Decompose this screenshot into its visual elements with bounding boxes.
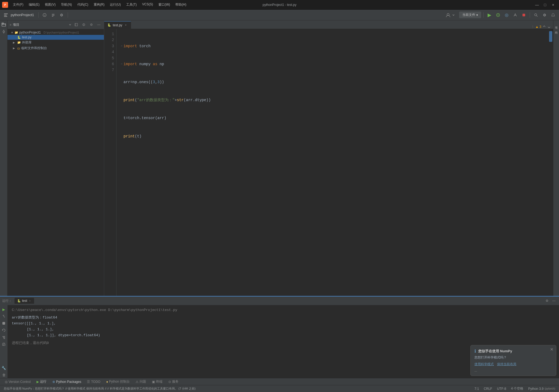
status-indent-text: 4 个空格 bbox=[511, 386, 523, 391]
run-minimize-btn[interactable]: — bbox=[551, 298, 557, 304]
status-interpreter-detail: (pytorch) bbox=[545, 387, 555, 390]
status-interpreter[interactable]: Python 3.9 (pytorch) bbox=[527, 386, 556, 391]
menu-navigate[interactable]: 导航(N) bbox=[59, 2, 74, 8]
svg-point-15 bbox=[535, 14, 537, 16]
tree-external-libs[interactable]: ▶ 📁 外部库 bbox=[8, 40, 104, 45]
menu-edit[interactable]: 编辑(E) bbox=[27, 2, 42, 8]
bottom-tab-right: ⚙ — bbox=[544, 298, 557, 304]
right-icon-2[interactable]: 结构 bbox=[554, 27, 559, 31]
left-sidebar-icons bbox=[0, 20, 8, 296]
project-panel-title: 项目 bbox=[13, 23, 67, 27]
minimize-button[interactable]: — bbox=[533, 2, 541, 8]
run-print-icon[interactable] bbox=[1, 341, 7, 347]
bnav-python-packages[interactable]: ⊕ Python Packages bbox=[50, 379, 84, 385]
toolbar-settings-btn[interactable]: ⚙ bbox=[58, 11, 66, 19]
project-dropdown-icon[interactable] bbox=[68, 23, 72, 26]
current-file-button[interactable]: 当前文件 ▾ bbox=[459, 12, 481, 18]
tree-file-testpy[interactable]: 🐍 test.py bbox=[8, 35, 104, 40]
settings-button[interactable]: ⚙ bbox=[541, 11, 548, 19]
stop-button[interactable] bbox=[520, 11, 528, 19]
svg-point-27 bbox=[84, 25, 84, 25]
sidebar-project-icon[interactable] bbox=[1, 21, 7, 28]
bottom-nav: ◎ Version Control ▶ 运行 ⊕ Python Packages… bbox=[0, 378, 559, 385]
bnav-run[interactable]: ▶ 运行 bbox=[34, 378, 49, 385]
code-editor[interactable]: ○ import torch ○ import numpy as np ○ ar… bbox=[117, 29, 548, 296]
maximize-button[interactable]: □ bbox=[541, 2, 549, 8]
menu-refactor[interactable]: 重构(R) bbox=[92, 2, 107, 8]
run-output-line-2: tensor([[1., 1., 1.], bbox=[12, 321, 555, 327]
run-button[interactable]: ▶ bbox=[486, 11, 493, 19]
svg-text:≡: ≡ bbox=[44, 14, 45, 17]
run-sortbytime-icon[interactable] bbox=[1, 334, 7, 340]
toolbar-expand-btn[interactable]: ≡ bbox=[41, 11, 48, 19]
code-line-7: ○ bbox=[121, 151, 544, 157]
notification-close-button[interactable] bbox=[550, 347, 553, 352]
editor-tab-testpy[interactable]: 🐍 test.py × bbox=[104, 21, 131, 29]
status-position[interactable]: 7:1 bbox=[473, 386, 480, 391]
bnav-services[interactable]: ⊙ 服务 bbox=[166, 378, 181, 385]
run-tab-close[interactable]: × bbox=[28, 299, 31, 302]
bnav-python-console[interactable]: ♦ Python 控制台 bbox=[104, 378, 132, 385]
bnav-todo[interactable]: ☰ TODO bbox=[84, 379, 103, 385]
tree-file-label: test.py bbox=[22, 35, 31, 39]
menu-tools[interactable]: 工具(T) bbox=[124, 2, 139, 8]
search-button[interactable] bbox=[532, 11, 540, 19]
run-output-line-1: arr的数据类型为：float64 bbox=[12, 315, 555, 321]
project-panel-settings-btn[interactable]: ⚙ bbox=[88, 22, 94, 28]
run-stop-icon[interactable] bbox=[1, 320, 7, 327]
notification-link-keep[interactable]: 保持当前布局 bbox=[497, 362, 516, 367]
notifications-button[interactable] bbox=[549, 11, 557, 19]
svg-rect-29 bbox=[2, 336, 5, 337]
run-command: C:\Users\peace\.conda\envs\pytorch\pytho… bbox=[12, 307, 555, 313]
right-icon-1[interactable]: 书签 bbox=[554, 23, 559, 26]
status-crlf[interactable]: CRLF bbox=[483, 386, 493, 391]
notification-link-scientific[interactable]: 使用科学模式 bbox=[474, 362, 494, 367]
sidebar-commit-icon[interactable] bbox=[1, 28, 7, 35]
menu-file[interactable]: 文件(F) bbox=[11, 2, 26, 8]
close-button[interactable]: × bbox=[549, 2, 557, 8]
project-label: pythonProject1 bbox=[11, 13, 34, 17]
editor-body[interactable]: 1 2 3 4 5 6 7 ○ import torch ○ import nu… bbox=[104, 29, 553, 296]
bnav-terminal[interactable]: ▣ 终端 bbox=[149, 378, 165, 385]
toolbar-separator bbox=[38, 12, 39, 18]
debug-button[interactable] bbox=[494, 11, 502, 19]
toolbar-collapse-btn[interactable] bbox=[49, 11, 57, 19]
run-rerun-icon[interactable] bbox=[1, 327, 7, 334]
menu-vcs[interactable]: VCS(S) bbox=[140, 2, 155, 8]
project-panel-collapse-btn[interactable] bbox=[73, 22, 79, 28]
menu-view[interactable]: 视图(V) bbox=[43, 2, 58, 8]
run-play-icon[interactable]: ▶ bbox=[1, 306, 7, 313]
menu-help[interactable]: 帮助(H) bbox=[173, 2, 188, 8]
bnav-problems[interactable]: ⚠ 问题 bbox=[133, 378, 149, 385]
status-position-text: 7:1 bbox=[474, 387, 479, 391]
status-interpreter-text: Python 3.9 bbox=[528, 387, 543, 391]
project-panel-nav-btn[interactable] bbox=[81, 22, 87, 28]
code-line-5: ○ t=torch.tensor(arr) bbox=[121, 115, 544, 121]
expand-icon[interactable] bbox=[547, 25, 551, 29]
menu-window[interactable]: 窗口(W) bbox=[156, 2, 172, 8]
menu-run[interactable]: 运行(U) bbox=[108, 2, 123, 8]
profile-run-button[interactable] bbox=[511, 11, 519, 19]
run-delete-icon[interactable]: 🗑 bbox=[1, 372, 7, 378]
numpy-notification: ℹ 您似乎在使用 NumPy 您想打开科学模式吗？ 使用科学模式 保持当前布局 … bbox=[470, 345, 556, 376]
run-tools-icon[interactable]: 🔧 bbox=[1, 365, 7, 371]
run-tab-label: test bbox=[22, 299, 27, 303]
dropdown-icon bbox=[452, 14, 455, 16]
run-scroll-icon[interactable] bbox=[1, 313, 7, 320]
run-settings-btn[interactable]: ⚙ bbox=[544, 298, 550, 304]
project-panel-close-btn[interactable]: — bbox=[96, 22, 102, 28]
status-indent[interactable]: 4 个空格 bbox=[510, 386, 524, 391]
svg-rect-3 bbox=[4, 15, 7, 16]
menu-code[interactable]: 代码(C) bbox=[75, 2, 90, 8]
tree-scratch[interactable]: ▶ 🗂 临时文件和控制台 bbox=[8, 45, 104, 51]
collapse-icon[interactable] bbox=[542, 25, 546, 29]
run-tab-test[interactable]: 🐍 test × bbox=[14, 298, 34, 304]
coverage-button[interactable]: ◎ bbox=[503, 11, 510, 19]
status-charset[interactable]: UTF-8 bbox=[496, 386, 507, 391]
status-numpy-notice[interactable]: 您似乎在使用 NumPy：您想打开科学模式吗？ // 使用科学模式 保持当前布局… bbox=[3, 387, 197, 391]
tree-external-label: 外部库 bbox=[22, 40, 32, 45]
tree-root[interactable]: ▼ 📁 pythonProject1 D:\pycharm\pythonProj… bbox=[8, 30, 104, 35]
run-label: 运行： bbox=[2, 299, 12, 303]
editor-tab-close[interactable]: × bbox=[124, 23, 128, 27]
bnav-version-control[interactable]: ◎ Version Control bbox=[2, 379, 33, 385]
